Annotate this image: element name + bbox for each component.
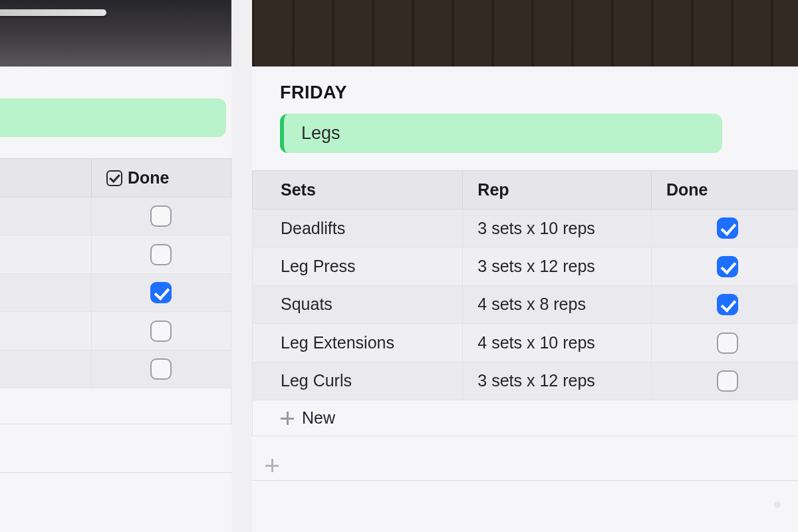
exercise-cell[interactable]: Squats [253,285,463,323]
muscle-group-chip[interactable]: Legs [280,114,722,153]
table-row[interactable]: Leg Curls3 sets x 12 reps [253,362,799,400]
add-block-button[interactable] [252,436,798,475]
exercise-cell[interactable]: Deadlifts [253,209,463,247]
done-checkbox[interactable] [150,321,172,342]
rep-cell[interactable]: x 12 reps [0,350,91,388]
rep-cell[interactable]: x 12 reps [0,273,91,311]
col-header-done[interactable]: Done [91,159,231,198]
done-cell [91,235,231,273]
table-row[interactable]: x 10 reps [0,312,231,350]
done-checkbox[interactable] [717,256,738,277]
done-checkbox[interactable] [717,294,738,315]
rep-cell[interactable]: x 10 reps [0,312,91,350]
rep-cell[interactable]: 3 sets x 12 reps [463,362,652,400]
done-checkbox[interactable] [150,205,172,227]
table-row[interactable]: Leg Press3 sets x 12 reps [253,247,799,285]
table-row[interactable]: Deadlifts3 sets x 10 reps [253,209,799,247]
col-header-rep[interactable]: p [0,159,91,198]
col-header-rep[interactable]: Rep [463,171,652,209]
done-cell [651,247,798,285]
add-new-row[interactable]: New [0,388,231,424]
done-checkbox[interactable] [717,370,738,392]
rep-cell[interactable]: 4 sets x 8 reps [463,285,652,323]
done-checkbox[interactable] [150,244,172,265]
workout-card-prev: p Done x 8 repsx 10 repsx 12 repsx 10 re… [0,0,231,532]
plus-icon [281,412,294,425]
done-checkbox[interactable] [717,217,738,239]
done-checkbox[interactable] [150,282,172,303]
muscle-group-chip[interactable] [0,98,226,137]
done-cell [651,209,798,247]
done-checkbox[interactable] [150,358,172,380]
day-heading: FRIDAY [252,66,798,108]
done-cell [651,285,798,323]
rep-cell[interactable]: x 10 reps [0,235,91,273]
rep-cell[interactable]: 4 sets x 10 reps [463,324,652,362]
rep-cell[interactable]: x 8 reps [0,198,91,235]
done-cell [651,362,798,400]
table-row[interactable]: Squats4 sets x 8 reps [253,285,799,323]
exercise-cell[interactable]: Leg Curls [253,362,463,400]
col-header-done[interactable]: Done [651,171,798,209]
exercise-table-friday: Sets Rep Done Deadlifts3 sets x 10 repsL… [252,170,798,436]
done-cell [651,324,798,362]
add-new-row[interactable]: New [253,400,799,436]
table-row[interactable]: x 12 reps [0,273,231,311]
exercise-cell[interactable]: Leg Press [253,247,463,285]
rep-cell[interactable]: 3 sets x 10 reps [463,209,652,247]
plus-icon [265,459,279,472]
done-cell [91,350,231,388]
done-cell [91,198,231,235]
rep-cell[interactable]: 3 sets x 12 reps [463,247,652,285]
done-cell [91,273,231,311]
table-row[interactable]: x 12 reps [0,350,231,388]
table-row[interactable]: x 8 reps [0,198,231,235]
table-row[interactable]: x 10 reps [0,235,231,273]
hero-image-barbell [0,0,231,66]
workout-card-friday: FRIDAY Legs Sets Rep Done Deadlifts3 set… [252,0,798,532]
exercise-cell[interactable]: Leg Extensions [253,324,463,362]
decorative-dot [774,501,781,508]
checkbox-header-icon [106,170,122,186]
table-row[interactable]: Leg Extensions4 sets x 10 reps [253,324,799,362]
hero-image-gym [252,0,798,66]
exercise-table-left: p Done x 8 repsx 10 repsx 12 repsx 10 re… [0,158,231,424]
done-cell [91,312,231,350]
col-header-sets[interactable]: Sets [253,171,463,209]
done-checkbox[interactable] [717,332,738,354]
